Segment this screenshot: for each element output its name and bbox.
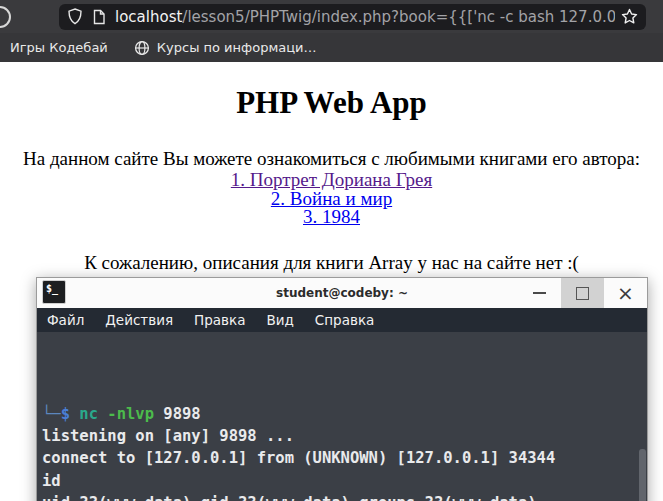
menu-file[interactable]: Файл — [47, 312, 84, 328]
menu-help[interactable]: Справка — [315, 312, 374, 328]
url-path: /lesson5/PHPTwig/index.php?book={{['nc -… — [182, 8, 615, 26]
menu-edit[interactable]: Правка — [194, 312, 245, 328]
intro-text: На данном сайте Вы можете ознакомиться с… — [0, 149, 663, 169]
terminal-line: connect to [127.0.0.1] from (UNKNOWN) [1… — [42, 447, 637, 469]
window-controls: × — [518, 278, 647, 308]
terminal-window: $_ student@codeby: ~ × Файл Действия Пра… — [36, 277, 648, 501]
close-button[interactable]: × — [604, 278, 647, 308]
bookmark-label: Курсы по информаци… — [157, 40, 317, 55]
terminal-icon[interactable]: $_ — [42, 280, 66, 304]
shield-icon[interactable] — [67, 8, 83, 25]
terminal-line: id — [42, 470, 637, 492]
maximize-icon — [576, 287, 589, 300]
menu-view[interactable]: Вид — [266, 312, 293, 328]
bookmark-item-courses[interactable]: Курсы по информаци… — [134, 40, 317, 56]
terminal-line: uid=33(www-data) gid=33(www-data) groups… — [42, 492, 637, 501]
error-message: К сожалению, описания для книги Array у … — [0, 252, 663, 274]
terminal-menubar: Файл Действия Правка Вид Справка — [37, 308, 647, 332]
terminal-title: student@codeby: ~ — [276, 286, 408, 300]
book-link-1[interactable]: 1. Портрет Дориана Грея — [0, 171, 663, 190]
terminal-titlebar[interactable]: $_ student@codeby: ~ × — [37, 278, 647, 308]
page-icon — [92, 9, 106, 25]
reload-icon[interactable] — [0, 6, 11, 28]
url-text[interactable]: localhost/lesson5/PHPTwig/index.php?book… — [115, 8, 615, 26]
bookmark-star-icon[interactable] — [621, 8, 638, 25]
browser-toolbar: localhost/lesson5/PHPTwig/index.php?book… — [0, 0, 663, 33]
bookmark-item-games[interactable]: Игры Кодебай — [10, 40, 108, 55]
minimize-icon — [533, 292, 546, 294]
maximize-button[interactable] — [561, 278, 604, 308]
close-icon: × — [617, 283, 634, 303]
terminal-line: listening on [any] 9898 ... — [42, 425, 637, 447]
menu-actions[interactable]: Действия — [105, 312, 173, 328]
terminal-output[interactable]: └─$ nc -nlvp 9898listening on [any] 9898… — [37, 332, 647, 501]
scrollbar-thumb[interactable] — [639, 449, 646, 501]
terminal-line: └─$ nc -nlvp 9898 — [42, 403, 637, 425]
web-page: PHP Web App На данном сайте Вы можете оз… — [0, 84, 663, 274]
minimize-button[interactable] — [518, 278, 561, 308]
book-link-3[interactable]: 3. 1984 — [0, 208, 663, 227]
bookmarks-bar: Игры Кодебай Курсы по информаци… — [0, 33, 663, 62]
url-domain: localhost — [115, 8, 182, 26]
page-title: PHP Web App — [0, 84, 663, 122]
screen: { "browser": { "url": { "domain": "local… — [0, 0, 663, 501]
url-bar[interactable]: localhost/lesson5/PHPTwig/index.php?book… — [59, 4, 646, 30]
bookmark-label: Игры Кодебай — [10, 40, 108, 55]
globe-icon — [134, 40, 150, 56]
